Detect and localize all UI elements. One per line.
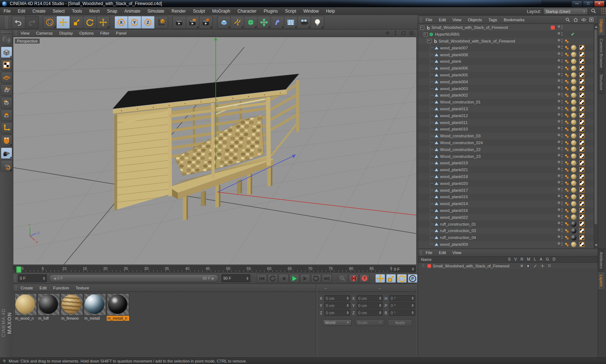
- visibility-dots[interactable]: [558, 52, 563, 56]
- object-label[interactable]: Small_Woodshed_with_Stack_of_Firewood: [431, 25, 508, 30]
- visibility-dots[interactable]: [558, 39, 563, 43]
- previous-frame-button[interactable]: [278, 274, 289, 283]
- redo-button[interactable]: [25, 16, 38, 28]
- goto-start-button[interactable]: [257, 274, 267, 283]
- polygon-icon[interactable]: [434, 154, 439, 159]
- texture-tag-icon[interactable]: [571, 194, 576, 200]
- material-m_metall[interactable]: m_metall: [84, 293, 106, 321]
- dolly-icon[interactable]: [392, 30, 399, 36]
- object-label[interactable]: wood_plank002: [440, 93, 468, 97]
- material-thumbnail[interactable]: [38, 293, 60, 316]
- tab-structure[interactable]: Structure: [598, 71, 605, 94]
- layer-menu-edit[interactable]: Edit: [436, 250, 449, 255]
- axis-z-button[interactable]: Z: [141, 16, 155, 28]
- layer-column-r[interactable]: R: [521, 257, 523, 261]
- menu-animate[interactable]: Animate: [121, 7, 144, 15]
- polygon-icon[interactable]: [434, 100, 439, 104]
- texture-tag-icon[interactable]: [571, 181, 576, 186]
- visibility-dots[interactable]: [558, 222, 563, 225]
- visibility-dots[interactable]: [558, 208, 563, 212]
- key-parameter-button[interactable]: P: [408, 274, 418, 283]
- uvw-tag-icon[interactable]: [579, 154, 584, 159]
- menu-help[interactable]: Help: [322, 7, 339, 15]
- viewport-perspective[interactable]: Perspective YZX: [13, 37, 417, 265]
- object-label[interactable]: wood_plank009: [440, 242, 468, 247]
- texture-tag-icon[interactable]: [571, 99, 576, 105]
- material-m_metall_n[interactable]: m_metall_n: [107, 293, 129, 321]
- render-view-button[interactable]: [173, 16, 186, 28]
- uvw-tag-icon[interactable]: [579, 52, 584, 57]
- add-hypernurbs-button[interactable]: [244, 16, 258, 28]
- visibility-dots[interactable]: [558, 242, 563, 246]
- texture-tag-icon[interactable]: [571, 228, 576, 234]
- add-light-button[interactable]: [311, 16, 324, 28]
- visibility-dots[interactable]: [558, 25, 563, 29]
- key-scale-button[interactable]: [386, 274, 396, 283]
- tree-row-wood_plank020[interactable]: wood_plank020: [418, 180, 594, 187]
- coord-field[interactable]: 0 cm: [357, 310, 383, 316]
- tree-row-wood_plank019[interactable]: wood_plank019: [418, 160, 594, 167]
- visibility-dots[interactable]: [558, 188, 563, 191]
- points-mode-button[interactable]: [1, 84, 12, 96]
- texture-tag-icon[interactable]: [571, 45, 576, 50]
- scale-button[interactable]: [70, 16, 83, 28]
- texture-tag-icon[interactable]: [571, 59, 576, 64]
- object-menu-file[interactable]: File: [422, 18, 436, 22]
- tree-row-wood_plank006[interactable]: wood_plank006: [418, 65, 594, 72]
- snap-button[interactable]: [1, 135, 12, 146]
- polygon-icon[interactable]: [434, 188, 439, 192]
- axis-y-button[interactable]: Y: [128, 16, 141, 28]
- start-frame-field[interactable]: 0 F: [18, 274, 47, 282]
- visibility-dots[interactable]: [558, 59, 563, 63]
- texture-tag-icon[interactable]: [571, 242, 576, 247]
- texture-tag-icon[interactable]: [571, 79, 576, 84]
- layer-column-a[interactable]: A: [540, 257, 542, 261]
- material-thumbnail[interactable]: [14, 293, 37, 316]
- texture-tag-icon[interactable]: [571, 160, 576, 166]
- visibility-dots[interactable]: [558, 228, 563, 232]
- keyframe-help-button[interactable]: ?: [359, 274, 369, 283]
- phong-tag-icon[interactable]: [565, 188, 569, 193]
- texture-tag-icon[interactable]: [571, 126, 576, 132]
- visibility-dots[interactable]: [558, 154, 563, 157]
- layer-column-l[interactable]: L: [534, 257, 536, 261]
- texture-tag-icon[interactable]: [571, 72, 576, 78]
- play-loop-button[interactable]: [311, 274, 321, 283]
- convert-button[interactable]: [1, 34, 12, 45]
- uvw-tag-icon[interactable]: [579, 242, 584, 247]
- phong-tag-icon[interactable]: [565, 168, 569, 173]
- uvw-tag-icon[interactable]: [579, 228, 584, 233]
- phong-tag-icon[interactable]: [565, 201, 569, 207]
- phong-tag-icon[interactable]: [565, 154, 569, 159]
- phong-tag-icon[interactable]: [565, 66, 569, 71]
- phong-tag-icon[interactable]: [565, 113, 569, 119]
- phong-tag-icon[interactable]: [565, 107, 569, 112]
- viewport-camera-label[interactable]: Perspective: [15, 39, 40, 44]
- visibility-dots[interactable]: [558, 168, 563, 171]
- object-manager-grip[interactable]: [420, 17, 422, 22]
- toolbar-grip[interactable]: [5, 16, 8, 28]
- material-menu-texture[interactable]: Texture: [72, 286, 92, 290]
- phong-tag-icon[interactable]: [565, 93, 569, 98]
- object-label[interactable]: wood_plank018: [440, 174, 468, 179]
- phong-tag-icon[interactable]: [565, 86, 569, 92]
- texture-tag-icon[interactable]: [571, 140, 576, 146]
- polygon-icon[interactable]: [434, 181, 439, 186]
- uvw-tag-icon[interactable]: [579, 79, 584, 84]
- lock-workplane-button[interactable]: [1, 147, 12, 159]
- polygon-icon[interactable]: [434, 66, 439, 70]
- material-name[interactable]: m_wood_n: [14, 316, 37, 321]
- menu-window[interactable]: Window: [300, 7, 322, 15]
- tree-row-small_woodshed_with_stack_of_firewood[interactable]: Small_Woodshed_with_Stack_of_Firewood: [418, 38, 594, 45]
- tree-row-wood_plank021[interactable]: wood_plank021: [418, 167, 594, 173]
- object-label[interactable]: wood_plank020: [440, 181, 468, 186]
- texture-tag-icon[interactable]: [571, 52, 576, 57]
- tree-row-wood_plank002[interactable]: wood_plank002: [418, 92, 594, 99]
- polygon-icon[interactable]: [434, 195, 439, 199]
- menu-sculpt[interactable]: Sculpt: [189, 7, 208, 15]
- polygon-icon[interactable]: [434, 53, 439, 57]
- menu-mograph[interactable]: MoGraph: [208, 7, 234, 15]
- visibility-dots[interactable]: [558, 86, 563, 90]
- polygon-icon[interactable]: [434, 59, 439, 63]
- workplane-mode-button[interactable]: [1, 72, 12, 83]
